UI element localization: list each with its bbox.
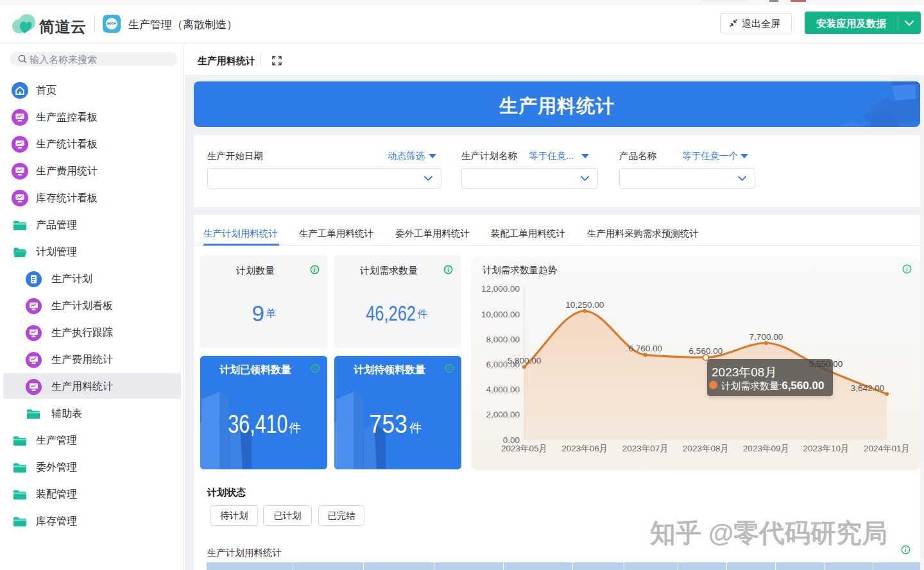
svg-text:2023年07月: 2023年07月 [622, 444, 669, 453]
svg-text:2023年08月: 2023年08月 [683, 444, 729, 453]
svg-text:3,642.00: 3,642.00 [851, 383, 885, 393]
svg-text:6,760.00: 6,760.00 [628, 344, 662, 353]
svg-text:2023年06月: 2023年06月 [561, 444, 608, 453]
svg-text:10,000.00: 10,000.00 [481, 310, 520, 319]
svg-text:2024年01月: 2024年01月 [864, 444, 910, 453]
svg-text:10,250.00: 10,250.00 [565, 300, 604, 310]
svg-text:2023年09月: 2023年09月 [743, 444, 789, 453]
svg-text:4,000.00: 4,000.00 [486, 385, 520, 394]
svg-text:2023年10月: 2023年10月 [803, 444, 849, 453]
svg-text:7,700.00: 7,700.00 [749, 332, 783, 342]
svg-text:6,560.00: 6,560.00 [689, 346, 723, 356]
svg-text:5,800.00: 5,800.00 [508, 356, 542, 365]
svg-text:2,000.00: 2,000.00 [486, 410, 520, 419]
svg-text:8,000.00: 8,000.00 [486, 335, 520, 344]
svg-text:12,000.00: 12,000.00 [481, 284, 520, 294]
svg-text:2023年05月: 2023年05月 [501, 444, 547, 453]
